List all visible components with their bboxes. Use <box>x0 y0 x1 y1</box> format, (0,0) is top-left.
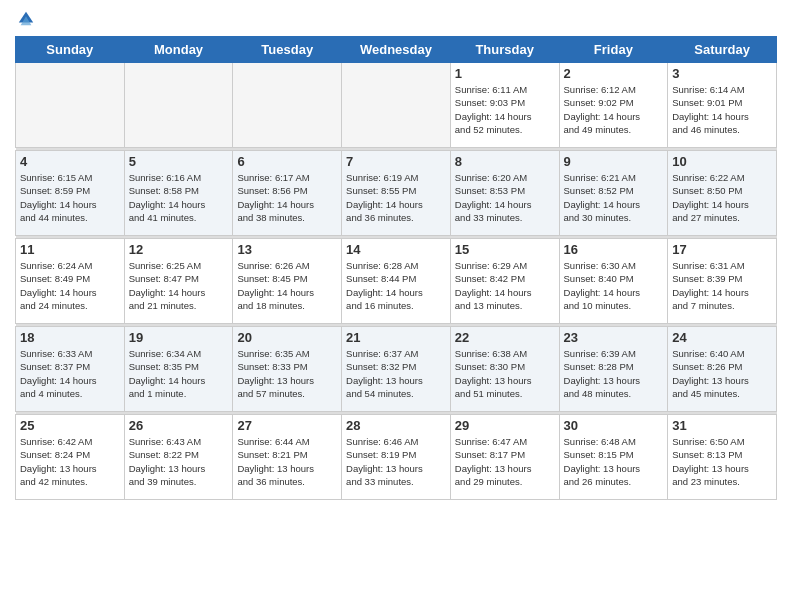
header <box>15 10 777 28</box>
day-number: 25 <box>20 418 120 433</box>
calendar-cell: 30Sunrise: 6:48 AM Sunset: 8:15 PM Dayli… <box>559 415 668 500</box>
calendar-cell: 17Sunrise: 6:31 AM Sunset: 8:39 PM Dayli… <box>668 239 777 324</box>
day-info: Sunrise: 6:11 AM Sunset: 9:03 PM Dayligh… <box>455 83 555 136</box>
calendar-cell: 22Sunrise: 6:38 AM Sunset: 8:30 PM Dayli… <box>450 327 559 412</box>
calendar-cell: 16Sunrise: 6:30 AM Sunset: 8:40 PM Dayli… <box>559 239 668 324</box>
day-info: Sunrise: 6:33 AM Sunset: 8:37 PM Dayligh… <box>20 347 120 400</box>
weekday-wednesday: Wednesday <box>342 37 451 63</box>
day-number: 24 <box>672 330 772 345</box>
day-number: 27 <box>237 418 337 433</box>
day-info: Sunrise: 6:29 AM Sunset: 8:42 PM Dayligh… <box>455 259 555 312</box>
logo <box>15 10 35 28</box>
day-info: Sunrise: 6:35 AM Sunset: 8:33 PM Dayligh… <box>237 347 337 400</box>
calendar-cell: 15Sunrise: 6:29 AM Sunset: 8:42 PM Dayli… <box>450 239 559 324</box>
calendar-cell: 19Sunrise: 6:34 AM Sunset: 8:35 PM Dayli… <box>124 327 233 412</box>
day-info: Sunrise: 6:24 AM Sunset: 8:49 PM Dayligh… <box>20 259 120 312</box>
day-info: Sunrise: 6:42 AM Sunset: 8:24 PM Dayligh… <box>20 435 120 488</box>
day-number: 28 <box>346 418 446 433</box>
day-info: Sunrise: 6:26 AM Sunset: 8:45 PM Dayligh… <box>237 259 337 312</box>
week-row-1: 1Sunrise: 6:11 AM Sunset: 9:03 PM Daylig… <box>16 63 777 148</box>
calendar-cell: 20Sunrise: 6:35 AM Sunset: 8:33 PM Dayli… <box>233 327 342 412</box>
logo-icon <box>17 10 35 28</box>
calendar-cell: 3Sunrise: 6:14 AM Sunset: 9:01 PM Daylig… <box>668 63 777 148</box>
calendar-cell: 4Sunrise: 6:15 AM Sunset: 8:59 PM Daylig… <box>16 151 125 236</box>
day-info: Sunrise: 6:40 AM Sunset: 8:26 PM Dayligh… <box>672 347 772 400</box>
page-container: SundayMondayTuesdayWednesdayThursdayFrid… <box>0 0 792 505</box>
day-number: 3 <box>672 66 772 81</box>
day-info: Sunrise: 6:47 AM Sunset: 8:17 PM Dayligh… <box>455 435 555 488</box>
day-number: 23 <box>564 330 664 345</box>
day-number: 9 <box>564 154 664 169</box>
calendar-cell: 5Sunrise: 6:16 AM Sunset: 8:58 PM Daylig… <box>124 151 233 236</box>
day-info: Sunrise: 6:16 AM Sunset: 8:58 PM Dayligh… <box>129 171 229 224</box>
calendar-cell: 9Sunrise: 6:21 AM Sunset: 8:52 PM Daylig… <box>559 151 668 236</box>
day-number: 8 <box>455 154 555 169</box>
day-number: 30 <box>564 418 664 433</box>
day-info: Sunrise: 6:37 AM Sunset: 8:32 PM Dayligh… <box>346 347 446 400</box>
day-info: Sunrise: 6:34 AM Sunset: 8:35 PM Dayligh… <box>129 347 229 400</box>
day-number: 20 <box>237 330 337 345</box>
calendar-cell: 29Sunrise: 6:47 AM Sunset: 8:17 PM Dayli… <box>450 415 559 500</box>
weekday-friday: Friday <box>559 37 668 63</box>
day-number: 4 <box>20 154 120 169</box>
day-number: 21 <box>346 330 446 345</box>
calendar-cell: 27Sunrise: 6:44 AM Sunset: 8:21 PM Dayli… <box>233 415 342 500</box>
day-info: Sunrise: 6:39 AM Sunset: 8:28 PM Dayligh… <box>564 347 664 400</box>
calendar-cell: 12Sunrise: 6:25 AM Sunset: 8:47 PM Dayli… <box>124 239 233 324</box>
weekday-thursday: Thursday <box>450 37 559 63</box>
calendar: SundayMondayTuesdayWednesdayThursdayFrid… <box>15 36 777 500</box>
week-row-2: 4Sunrise: 6:15 AM Sunset: 8:59 PM Daylig… <box>16 151 777 236</box>
day-info: Sunrise: 6:44 AM Sunset: 8:21 PM Dayligh… <box>237 435 337 488</box>
weekday-tuesday: Tuesday <box>233 37 342 63</box>
calendar-cell: 28Sunrise: 6:46 AM Sunset: 8:19 PM Dayli… <box>342 415 451 500</box>
calendar-cell: 21Sunrise: 6:37 AM Sunset: 8:32 PM Dayli… <box>342 327 451 412</box>
day-number: 18 <box>20 330 120 345</box>
logo-text <box>15 10 35 28</box>
day-info: Sunrise: 6:43 AM Sunset: 8:22 PM Dayligh… <box>129 435 229 488</box>
calendar-cell: 11Sunrise: 6:24 AM Sunset: 8:49 PM Dayli… <box>16 239 125 324</box>
day-info: Sunrise: 6:30 AM Sunset: 8:40 PM Dayligh… <box>564 259 664 312</box>
day-info: Sunrise: 6:31 AM Sunset: 8:39 PM Dayligh… <box>672 259 772 312</box>
day-info: Sunrise: 6:20 AM Sunset: 8:53 PM Dayligh… <box>455 171 555 224</box>
day-info: Sunrise: 6:48 AM Sunset: 8:15 PM Dayligh… <box>564 435 664 488</box>
calendar-cell: 14Sunrise: 6:28 AM Sunset: 8:44 PM Dayli… <box>342 239 451 324</box>
day-number: 14 <box>346 242 446 257</box>
day-number: 22 <box>455 330 555 345</box>
day-number: 2 <box>564 66 664 81</box>
day-number: 1 <box>455 66 555 81</box>
calendar-cell: 26Sunrise: 6:43 AM Sunset: 8:22 PM Dayli… <box>124 415 233 500</box>
weekday-sunday: Sunday <box>16 37 125 63</box>
day-info: Sunrise: 6:19 AM Sunset: 8:55 PM Dayligh… <box>346 171 446 224</box>
day-number: 10 <box>672 154 772 169</box>
week-row-4: 18Sunrise: 6:33 AM Sunset: 8:37 PM Dayli… <box>16 327 777 412</box>
day-info: Sunrise: 6:12 AM Sunset: 9:02 PM Dayligh… <box>564 83 664 136</box>
calendar-cell: 7Sunrise: 6:19 AM Sunset: 8:55 PM Daylig… <box>342 151 451 236</box>
calendar-cell: 25Sunrise: 6:42 AM Sunset: 8:24 PM Dayli… <box>16 415 125 500</box>
calendar-cell <box>124 63 233 148</box>
week-row-5: 25Sunrise: 6:42 AM Sunset: 8:24 PM Dayli… <box>16 415 777 500</box>
day-number: 13 <box>237 242 337 257</box>
day-info: Sunrise: 6:17 AM Sunset: 8:56 PM Dayligh… <box>237 171 337 224</box>
calendar-cell <box>16 63 125 148</box>
calendar-cell: 24Sunrise: 6:40 AM Sunset: 8:26 PM Dayli… <box>668 327 777 412</box>
day-info: Sunrise: 6:50 AM Sunset: 8:13 PM Dayligh… <box>672 435 772 488</box>
day-number: 11 <box>20 242 120 257</box>
week-row-3: 11Sunrise: 6:24 AM Sunset: 8:49 PM Dayli… <box>16 239 777 324</box>
calendar-cell: 18Sunrise: 6:33 AM Sunset: 8:37 PM Dayli… <box>16 327 125 412</box>
day-number: 26 <box>129 418 229 433</box>
day-number: 5 <box>129 154 229 169</box>
calendar-cell: 10Sunrise: 6:22 AM Sunset: 8:50 PM Dayli… <box>668 151 777 236</box>
calendar-cell: 31Sunrise: 6:50 AM Sunset: 8:13 PM Dayli… <box>668 415 777 500</box>
calendar-cell: 23Sunrise: 6:39 AM Sunset: 8:28 PM Dayli… <box>559 327 668 412</box>
day-info: Sunrise: 6:15 AM Sunset: 8:59 PM Dayligh… <box>20 171 120 224</box>
day-info: Sunrise: 6:38 AM Sunset: 8:30 PM Dayligh… <box>455 347 555 400</box>
calendar-cell: 13Sunrise: 6:26 AM Sunset: 8:45 PM Dayli… <box>233 239 342 324</box>
day-number: 16 <box>564 242 664 257</box>
day-number: 12 <box>129 242 229 257</box>
day-number: 19 <box>129 330 229 345</box>
weekday-header-row: SundayMondayTuesdayWednesdayThursdayFrid… <box>16 37 777 63</box>
calendar-cell: 1Sunrise: 6:11 AM Sunset: 9:03 PM Daylig… <box>450 63 559 148</box>
day-info: Sunrise: 6:28 AM Sunset: 8:44 PM Dayligh… <box>346 259 446 312</box>
day-number: 17 <box>672 242 772 257</box>
weekday-saturday: Saturday <box>668 37 777 63</box>
